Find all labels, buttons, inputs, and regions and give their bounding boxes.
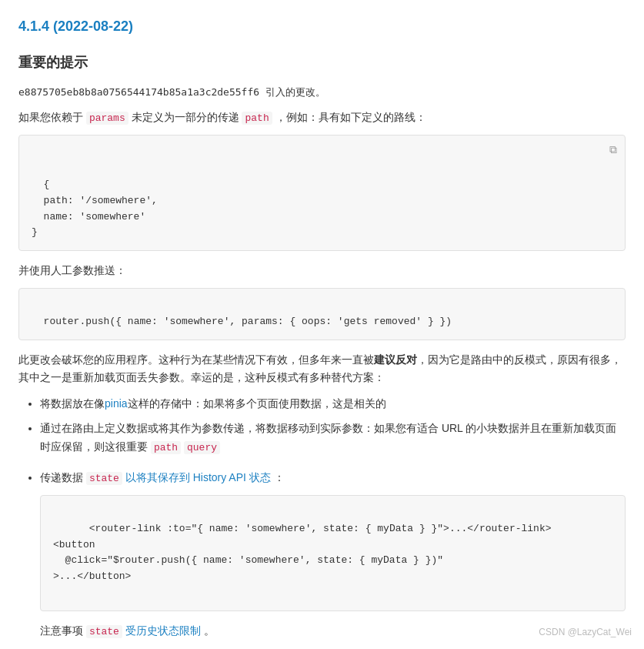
param-prefix: 如果您依赖于 xyxy=(18,111,83,123)
code-block-push: router.push({ name: 'somewhere', params:… xyxy=(18,288,626,340)
copy-icon[interactable]: ⧉ xyxy=(609,142,617,159)
bullet-item-2: 通过在路由上定义数据或将其作为参数传递，将数据移动到实际参数：如果您有适合 UR… xyxy=(40,420,626,457)
state-note: 注意事项 state 受历史状态限制 。 xyxy=(40,622,626,641)
version-title: 4.1.4 (2022-08-22) xyxy=(18,15,626,38)
manual-push-text: 并使用人工参数推送： xyxy=(18,262,626,280)
watermark: CSDN @LazyCat_Wei xyxy=(539,625,632,640)
param-mid: 未定义为一部分的传递 xyxy=(132,111,239,123)
history-state-limit-link[interactable]: 受历史状态限制 xyxy=(125,624,201,637)
intro-hash: e8875705eb8b8a0756544174b85a1a3c2de55ff6… xyxy=(18,86,325,98)
history-api-link[interactable]: 以将其保存到 History API 状态 xyxy=(125,471,271,483)
note-state-code: state xyxy=(86,625,122,638)
note-prefix: 注意事项 xyxy=(40,624,83,637)
bullet1-prefix: 将数据放在像 xyxy=(40,397,105,410)
bullet2-text: 通过在路由上定义数据或将其作为参数传递，将数据移动到实际参数：如果您有适合 UR… xyxy=(40,422,616,453)
warning-text: 此更改会破坏您的应用程序。这种行为在某些情况下有效，但多年来一直被建议反对，因为… xyxy=(18,351,626,388)
query-code: query xyxy=(184,441,220,454)
state-code-inline: state xyxy=(86,472,122,485)
intro-text: e8875705eb8b8a0756544174b85a1a3c2de55ff6… xyxy=(18,83,626,102)
warning-bold: 建议反对 xyxy=(374,353,417,366)
param-suffix: ，例如：具有如下定义的路线： xyxy=(275,111,426,123)
state-list: 传递数据 state 以将其保存到 History API 状态 ： <rout… xyxy=(18,469,626,649)
alternatives-list: 将数据放在像pinia这样的存储中：如果将多个页面使用数据，这是相关的 通过在路… xyxy=(18,395,626,457)
code-block-router-link: <router-link :to="{ name: 'somewhere', s… xyxy=(40,495,626,611)
params-code: params xyxy=(86,112,128,125)
code-block-route: ⧉ { path: '/somewhere', name: 'somewhere… xyxy=(18,135,626,251)
pinia-link[interactable]: pinia xyxy=(105,397,128,410)
bullet-item-3: 传递数据 state 以将其保存到 History API 状态 ： <rout… xyxy=(40,469,626,641)
path-code: path xyxy=(242,112,272,125)
warning-prefix: 此更改会破坏您的应用程序。这种行为在某些情况下有效，但多年来一直被 xyxy=(18,353,374,366)
section-title: 重要的提示 xyxy=(18,52,626,74)
path-code-2: path xyxy=(151,441,181,454)
bullet1-suffix: 这样的存储中：如果将多个页面使用数据，这是相关的 xyxy=(128,397,386,410)
bullet-item-1: 将数据放在像pinia这样的存储中：如果将多个页面使用数据，这是相关的 xyxy=(40,395,626,413)
note-suffix: 。 xyxy=(204,624,215,637)
bullet3-prefix: 传递数据 xyxy=(40,471,83,483)
param-description: 如果您依赖于 params 未定义为一部分的传递 path ，例如：具有如下定义… xyxy=(18,109,626,127)
bullet3-suffix: ： xyxy=(274,471,285,483)
